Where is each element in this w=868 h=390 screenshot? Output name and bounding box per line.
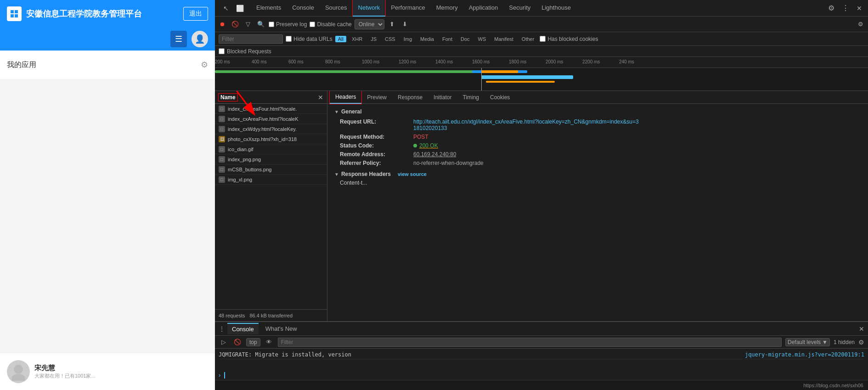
status-url: https://blog.csdn.net/sxh06 bbox=[803, 383, 863, 388]
devtools-close-icon[interactable]: ✕ bbox=[853, 5, 866, 12]
status-dot bbox=[413, 144, 417, 147]
tab-performance[interactable]: Performance bbox=[385, 0, 430, 17]
file-item-8[interactable]: □ img_xl.png bbox=[215, 175, 327, 185]
filter-img[interactable]: Img bbox=[401, 36, 415, 42]
console-tab-console[interactable]: Console bbox=[227, 323, 259, 334]
tab-lighthouse[interactable]: Lighthouse bbox=[536, 0, 576, 17]
filter-ws[interactable]: WS bbox=[475, 36, 489, 42]
device-icon[interactable]: ⬜ bbox=[235, 3, 245, 13]
disable-cache-checkbox[interactable]: Disable cache bbox=[310, 21, 351, 28]
console-tab-whats-new[interactable]: What's New bbox=[261, 323, 302, 334]
tab-security[interactable]: Security bbox=[503, 0, 536, 17]
import-icon[interactable]: ⬆ bbox=[387, 19, 397, 29]
console-close-icon[interactable]: ✕ bbox=[859, 325, 864, 333]
filter-other[interactable]: Other bbox=[519, 36, 537, 42]
status-bar: https://blog.csdn.net/sxh06 bbox=[215, 380, 868, 390]
app-title-area: 安徽信息工程学院教务管理平台 bbox=[7, 6, 142, 21]
throttle-select[interactable]: Online bbox=[355, 19, 384, 29]
detail-tab-response[interactable]: Response bbox=[392, 91, 428, 104]
export-icon[interactable]: ⬇ bbox=[400, 19, 410, 29]
jqmigrate-link[interactable]: jquery-migrate.min.js?ver=20200119:1 bbox=[745, 351, 864, 358]
user-avatar bbox=[7, 360, 30, 383]
detail-tab-headers[interactable]: Headers bbox=[330, 91, 361, 104]
filter-xhr[interactable]: XHR bbox=[349, 36, 365, 42]
filter-all[interactable]: All bbox=[335, 36, 346, 42]
search-icon[interactable]: 🔍 bbox=[256, 19, 266, 29]
tab-console[interactable]: Console bbox=[287, 0, 320, 17]
default-levels-dropdown[interactable]: Default levels ▼ bbox=[785, 338, 830, 346]
request-url-value: http://teach.aiit.edu.cn/xtgl/index_cxAr… bbox=[413, 119, 639, 131]
file-item-7[interactable]: □ mCSB_buttons.png bbox=[215, 164, 327, 175]
filter-font[interactable]: Font bbox=[440, 36, 455, 42]
record-button[interactable]: ⏺ bbox=[217, 19, 227, 29]
file-list-header: Name ✕ bbox=[215, 91, 327, 104]
has-blocked-input[interactable] bbox=[540, 36, 546, 42]
user-name: 宋先慧 bbox=[34, 364, 96, 373]
console-filter-input[interactable] bbox=[278, 338, 782, 347]
detail-tab-timing[interactable]: Timing bbox=[457, 91, 485, 104]
blocked-requests-checkbox[interactable]: Blocked Requests bbox=[219, 48, 271, 55]
hide-data-urls-checkbox[interactable]: Hide data URLs bbox=[286, 36, 333, 42]
filter-css[interactable]: CSS bbox=[382, 36, 398, 42]
preserve-log-input[interactable] bbox=[269, 22, 274, 27]
console-block-icon[interactable]: 🚫 bbox=[232, 337, 242, 347]
file-list-close-icon[interactable]: ✕ bbox=[318, 94, 323, 101]
console-eye-icon[interactable]: 👁 bbox=[264, 337, 274, 347]
detail-tab-initiator[interactable]: Initiator bbox=[428, 91, 457, 104]
filter-js[interactable]: JS bbox=[368, 36, 379, 42]
file-item-4[interactable]: 🖼 photo_cxXszp.html?xh_id=318 bbox=[215, 134, 327, 144]
preserve-log-checkbox[interactable]: Preserve log bbox=[269, 21, 307, 28]
settings-icon[interactable]: ⚙ bbox=[201, 60, 208, 70]
console-dots-icon[interactable]: ⋮ bbox=[219, 325, 225, 333]
hide-data-urls-label: Hide data URLs bbox=[293, 36, 333, 42]
filter-icon[interactable]: ▽ bbox=[243, 19, 253, 29]
file-item-5[interactable]: □ ico_dian.gif bbox=[215, 144, 327, 154]
console-toolbar: ▷ 🚫 top 👁 Default levels ▼ 1 hidden ⚙ bbox=[215, 336, 868, 349]
referrer-policy-value: no-referrer-when-downgrade bbox=[413, 160, 484, 166]
clear-button[interactable]: 🚫 bbox=[230, 19, 240, 29]
tl-240: 240 ms bbox=[619, 59, 634, 64]
left-panel: 安徽信息工程学院教务管理平台 退出 ☰ 👤 我的应用 ⚙ 宋先慧 大家都在用！已… bbox=[0, 0, 215, 390]
file-icon-5: □ bbox=[219, 146, 225, 153]
svg-point-5 bbox=[11, 374, 25, 381]
network-settings-icon[interactable]: ⚙ bbox=[856, 19, 866, 29]
tab-network[interactable]: Network bbox=[353, 0, 386, 17]
tab-sources[interactable]: Sources bbox=[320, 0, 353, 17]
detail-tab-cookies[interactable]: Cookies bbox=[485, 91, 515, 104]
prompt-cursor[interactable] bbox=[224, 372, 225, 379]
filter-doc[interactable]: Doc bbox=[458, 36, 473, 42]
user-icon-button[interactable]: 👤 bbox=[192, 31, 208, 47]
console-gear-icon[interactable]: ⚙ bbox=[858, 339, 864, 346]
console-run-icon[interactable]: ▷ bbox=[219, 337, 229, 347]
transferred-size: 86.4 kB transferred bbox=[249, 313, 293, 318]
disable-cache-input[interactable] bbox=[310, 22, 315, 27]
logout-button[interactable]: 退出 bbox=[183, 7, 208, 21]
view-source-link[interactable]: view source bbox=[398, 171, 427, 177]
tab-memory[interactable]: Memory bbox=[431, 0, 463, 17]
tl-1600: 1600 ms bbox=[472, 59, 490, 64]
tab-elements[interactable]: Elements bbox=[251, 0, 287, 17]
cursor-icon[interactable]: ↖ bbox=[221, 3, 231, 13]
file-item-2[interactable]: □ index_cxAreaFive.html?localeK bbox=[215, 114, 327, 124]
devtools-gear-icon[interactable]: ⚙ bbox=[824, 4, 838, 12]
file-item-3[interactable]: □ index_cxWdyy.html?localeKey. bbox=[215, 124, 327, 134]
app-logo bbox=[7, 6, 22, 21]
filter-input[interactable] bbox=[219, 34, 283, 44]
blocked-requests-input[interactable] bbox=[219, 48, 225, 54]
file-name-2: index_cxAreaFive.html?localeK bbox=[228, 116, 315, 122]
detail-tab-preview[interactable]: Preview bbox=[361, 91, 392, 104]
has-blocked-cookies[interactable]: Has blocked cookies bbox=[540, 36, 598, 42]
svg-rect-2 bbox=[11, 14, 14, 17]
tab-application[interactable]: Application bbox=[463, 0, 504, 17]
jqmigrate-text: JQMIGRATE: Migrate is installed, version bbox=[219, 351, 351, 358]
file-name-7: mCSB_buttons.png bbox=[228, 167, 271, 172]
devtools-panel: ↖ ⬜ Elements Console Sources Network Per… bbox=[215, 0, 868, 390]
filter-media[interactable]: Media bbox=[417, 36, 437, 42]
console-context-select[interactable]: top bbox=[246, 338, 260, 346]
hide-data-urls-input[interactable] bbox=[286, 36, 292, 42]
devtools-more-icon[interactable]: ⋮ bbox=[838, 4, 853, 12]
file-item-1[interactable]: □ index_cxAreaFour.html?locale. bbox=[215, 104, 327, 114]
filter-manifest[interactable]: Manifest bbox=[491, 36, 516, 42]
menu-icon-button[interactable]: ☰ bbox=[170, 31, 187, 47]
file-item-6[interactable]: □ index_png.png bbox=[215, 154, 327, 164]
